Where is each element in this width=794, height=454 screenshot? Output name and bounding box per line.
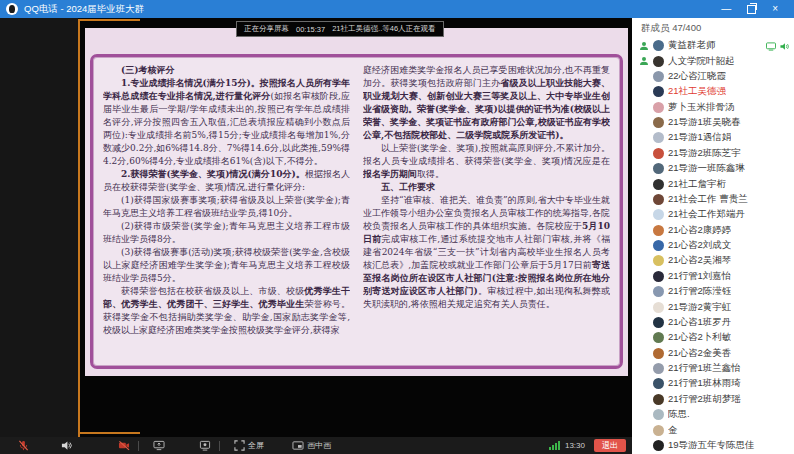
avatar xyxy=(653,425,664,436)
document-paragraph: (1)获得国家级赛事奖项;获得省级及以上荣誉(奖学金);青年马克思主义培养工程省… xyxy=(103,194,350,220)
member-name: 21心咨2吴湘琴 xyxy=(668,254,731,267)
avatar xyxy=(653,394,664,405)
document-paragraph: (三)考核评分 xyxy=(103,64,350,77)
share-screen-icon[interactable] xyxy=(153,440,165,451)
document-paragraph: 1.专业成绩排名情况(满分15分)。按照报名人员所有学年学科总成绩在专业排名情况… xyxy=(103,77,350,168)
avatar xyxy=(653,40,664,51)
avatar xyxy=(653,348,664,359)
member-row[interactable]: 21社工詹宇桁 xyxy=(632,176,794,191)
avatar xyxy=(653,440,664,451)
avatar xyxy=(653,225,664,236)
document-paragraph: 2.获得荣誉(奖学金、奖项)情况(满分10分)。根据报名人员在校获得荣誉(奖学金… xyxy=(103,168,350,194)
admin-person-icon xyxy=(639,56,649,66)
member-row[interactable]: 萝卜玉米排骨汤 xyxy=(632,100,794,115)
member-row[interactable]: 21行管1班林雨琦 xyxy=(632,376,794,391)
member-row[interactable]: 21行管1刘嘉怡 xyxy=(632,269,794,284)
member-row[interactable]: 21导游1遇信娟 xyxy=(632,130,794,145)
microphone-muted-icon[interactable] xyxy=(18,440,29,451)
member-row[interactable]: 21导游1班吴晓春 xyxy=(632,115,794,130)
member-row[interactable]: 金 xyxy=(632,422,794,437)
member-row[interactable]: 黄益群老师 xyxy=(632,38,794,53)
member-name: 21社工吴德强 xyxy=(668,85,726,98)
sharing-status: 正在分享屏幕 xyxy=(244,24,289,34)
whiteboard-icon[interactable] xyxy=(199,440,211,451)
member-name: 21导游2黄宇虹 xyxy=(668,301,731,314)
member-row[interactable]: 21社会工作 曹贵兰 xyxy=(632,192,794,207)
member-name: 21社会工作 曹贵兰 xyxy=(668,193,748,206)
avatar xyxy=(653,271,664,282)
document-text-frame: (三)考核评分1.专业成绩排名情况(满分15分)。按照报名人员所有学年学科总成绩… xyxy=(90,54,623,369)
avatar xyxy=(653,86,664,97)
sharing-banner: 正在分享屏幕 00:15:37 21社工吴德强..等46人正在观看 xyxy=(236,21,444,37)
close-button[interactable]: × xyxy=(772,4,778,14)
avatar xyxy=(653,56,664,67)
member-row[interactable]: 21心咨2吴湘琴 xyxy=(632,253,794,268)
member-row[interactable]: 21行管1班兰鑫怡 xyxy=(632,361,794,376)
pip-icon[interactable] xyxy=(292,440,304,451)
sharing-viewers: 21社工吴德强..等46人正在观看 xyxy=(332,24,435,34)
document-paragraph: (3)获得省级赛事(活动)奖项;获得校级荣誉(奖学金,含校级以上家庭经济困难学生… xyxy=(103,246,350,285)
fullscreen-icon[interactable] xyxy=(234,440,245,451)
member-name: 21行管1班兰鑫怡 xyxy=(668,362,741,375)
member-row[interactable]: 21导游一班陈鑫琳 xyxy=(632,161,794,176)
title-bar: QQ电话 - 2024届毕业班大群 — × xyxy=(0,0,794,18)
member-name: 人文学院叶韶起 xyxy=(668,55,735,68)
member-row[interactable]: 陈思. xyxy=(632,407,794,422)
member-row[interactable]: 人文学院叶韶起 xyxy=(632,53,794,68)
restore-button[interactable] xyxy=(747,5,756,14)
member-row[interactable]: 21行管2陈滢钰 xyxy=(632,284,794,299)
window-controls: — × xyxy=(721,4,788,14)
sharing-timer: 00:15:37 xyxy=(296,25,325,34)
document-paragraph: 以上荣誉(奖学金、奖项),按照就高原则评分,不累计加分。报名人员专业成绩排名、获… xyxy=(363,142,610,181)
member-row[interactable]: 21导游2黄宇虹 xyxy=(632,299,794,314)
member-row[interactable]: 21心咨1班罗丹 xyxy=(632,315,794,330)
document-paragraph: 坚持“谁审核、谁把关、谁负责”的原则,省大中专毕业生就业工作领导小组办公室负责报… xyxy=(363,194,610,311)
network-signal-icon xyxy=(549,441,560,450)
fullscreen-label[interactable]: 全屏 xyxy=(248,440,264,451)
member-row[interactable]: 21导游2班陈芝宇 xyxy=(632,146,794,161)
avatar xyxy=(653,255,664,266)
avatar xyxy=(653,148,664,159)
member-name: 22心咨江晓霞 xyxy=(668,70,726,83)
shared-document-page: (三)考核评分1.专业成绩排名情况(满分15分)。按照报名人员所有学年学科总成绩… xyxy=(85,28,628,376)
member-row[interactable]: 21行管2班胡梦瑶 xyxy=(632,392,794,407)
member-row[interactable]: 21心咨2康婷婷 xyxy=(632,223,794,238)
member-row[interactable]: 19导游五年专陈思佳 xyxy=(632,438,794,453)
avatar xyxy=(653,363,664,374)
member-row[interactable]: 22心咨江晓霞 xyxy=(632,69,794,84)
qq-logo-icon xyxy=(6,3,18,15)
avatar xyxy=(653,71,664,82)
member-row[interactable]: 21心咨2卜利敏 xyxy=(632,330,794,345)
avatar xyxy=(653,179,664,190)
avatar xyxy=(653,117,664,128)
member-name: 21心咨2金美香 xyxy=(668,347,731,360)
toolbar-separator xyxy=(138,441,139,451)
avatar xyxy=(653,317,664,328)
member-row[interactable]: 21社工吴德强 xyxy=(632,84,794,99)
member-row[interactable]: 21社会工作郑端丹 xyxy=(632,207,794,222)
speaker-icon[interactable] xyxy=(61,440,72,451)
audio-on-icon xyxy=(780,37,789,55)
member-name: 21心咨1班罗丹 xyxy=(668,316,731,329)
avatar xyxy=(653,102,664,113)
stage-left-strip xyxy=(0,18,78,454)
member-row[interactable]: 21心咨2刘成文 xyxy=(632,238,794,253)
document-paragraph: (2)获得市级荣誉(奖学金);青年马克思主义培养工程市级班结业学员得8分。 xyxy=(103,220,350,246)
screen-share-icon xyxy=(766,37,776,55)
document-right-column: 庭经济困难类奖学金报名人员已享受困难状况加分,也不再重复加分。获得奖项包括政府部… xyxy=(363,64,610,359)
exit-button[interactable]: 退出 xyxy=(594,439,626,452)
avatar xyxy=(653,163,664,174)
pip-label[interactable]: 画中画 xyxy=(307,440,331,451)
screen-share-stage: 正在分享屏幕 00:15:37 21社工吴德强..等46人正在观看 (三)考核评… xyxy=(0,18,632,454)
member-name: 21心咨2卜利敏 xyxy=(668,331,731,344)
member-name: 19导游五年专陈思佳 xyxy=(668,439,755,452)
member-row[interactable]: 21心咨2金美香 xyxy=(632,346,794,361)
window-title: QQ电话 - 2024届毕业班大群 xyxy=(24,3,144,16)
minimize-button[interactable]: — xyxy=(721,4,731,14)
document-paragraph: 庭经济困难类奖学金报名人员已享受困难状况加分,也不再重复加分。获得奖项包括政府部… xyxy=(363,64,610,142)
member-name: 21行管1刘嘉怡 xyxy=(668,270,731,283)
share-frame-border-top xyxy=(78,19,140,21)
member-name: 21行管2班胡梦瑶 xyxy=(668,393,741,406)
camera-muted-icon[interactable] xyxy=(118,440,130,451)
avatar xyxy=(653,194,664,205)
